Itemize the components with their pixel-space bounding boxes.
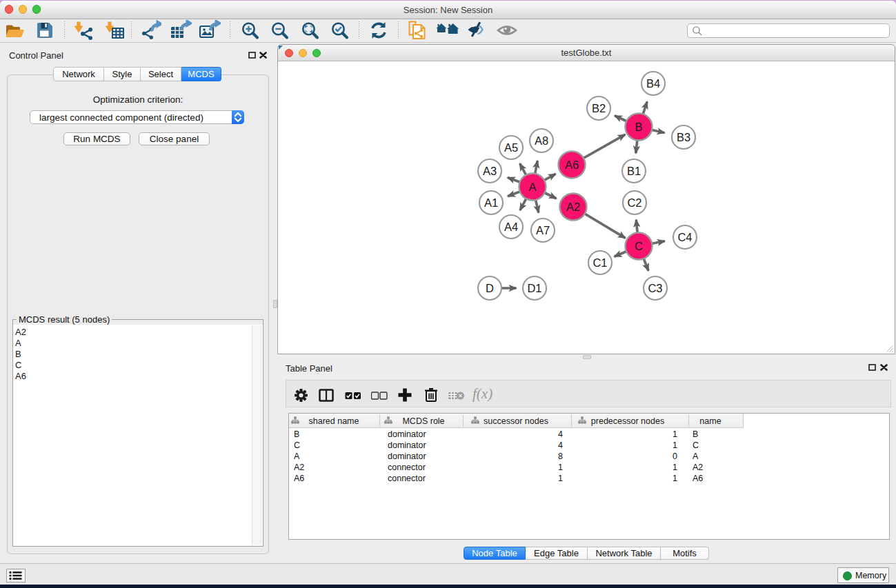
svg-text:B1: B1 [627, 165, 641, 177]
svg-text:A6: A6 [565, 159, 579, 171]
svg-text:D: D [486, 282, 494, 294]
svg-text:C4: C4 [677, 231, 692, 243]
svg-text:C1: C1 [593, 256, 607, 269]
svg-text:A4: A4 [504, 221, 518, 233]
svg-text:C: C [635, 240, 643, 252]
svg-text:A7: A7 [536, 224, 550, 236]
svg-text:B: B [635, 121, 642, 133]
svg-text:A3: A3 [483, 165, 497, 177]
svg-text:B4: B4 [646, 77, 660, 90]
svg-text:D1: D1 [527, 282, 541, 294]
svg-text:C3: C3 [648, 282, 662, 294]
svg-text:A: A [528, 181, 536, 193]
svg-text:A2: A2 [566, 201, 580, 213]
svg-text:A8: A8 [535, 134, 548, 147]
svg-text:B3: B3 [677, 131, 690, 143]
svg-text:A5: A5 [504, 141, 518, 154]
svg-text:C2: C2 [627, 196, 641, 209]
svg-text:A1: A1 [484, 196, 498, 209]
svg-text:B2: B2 [592, 102, 606, 114]
